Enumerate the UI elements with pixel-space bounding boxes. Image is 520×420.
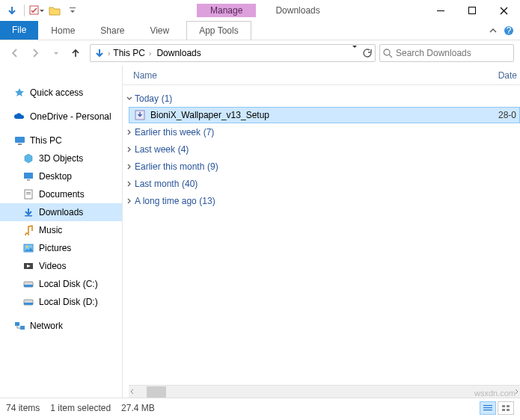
chevron-down-icon [124,95,135,102]
svg-point-16 [26,246,28,248]
column-name[interactable]: Name [123,70,157,81]
minimize-button[interactable] [427,3,454,18]
back-button[interactable] [6,44,24,62]
tree-local-disk-c[interactable]: Local Disk (C:) [0,275,122,293]
desktop-icon [22,170,34,182]
window-controls [427,3,517,18]
forward-button[interactable] [26,44,44,62]
column-headers[interactable]: Name Date [123,66,520,85]
svg-rect-7 [15,137,25,143]
down-arrow-qat-icon[interactable] [4,2,19,19]
disk-icon [22,296,34,308]
status-size: 27.4 MB [121,403,155,413]
status-bar: 74 items 1 item selected 27.4 MB [0,398,520,417]
refresh-button[interactable] [361,48,372,58]
tree-local-disk-d[interactable]: Local Disk (D:) [0,293,122,311]
music-icon [22,224,34,236]
content-area: Quick access OneDrive - Personal This PC… [0,66,520,398]
videos-icon [22,260,34,272]
svg-rect-29 [507,405,510,407]
svg-rect-14 [25,215,32,217]
recent-locations-button[interactable] [46,44,64,62]
ribbon-expand-icon[interactable] [489,26,498,35]
down-arrow-address-icon[interactable] [92,46,107,61]
file-tab[interactable]: File [0,21,38,40]
svg-rect-3 [469,7,476,14]
search-box[interactable]: Search Downloads [379,44,514,62]
tree-music[interactable]: Music [0,221,122,239]
crumb-this-pc[interactable]: This PC› [111,45,154,61]
svg-rect-9 [24,173,33,179]
file-row-selected[interactable]: BioniX_Wallpaper_v13_Setup 28-0 [129,107,520,123]
close-button[interactable] [490,3,517,18]
details-view-button[interactable] [480,401,496,415]
svg-rect-28 [502,405,505,407]
tree-videos[interactable]: Videos [0,257,122,275]
file-list-pane: Name Date Today (1) BioniX_Wallpaper_v13… [123,66,520,398]
svg-rect-19 [24,285,33,287]
tree-downloads[interactable]: Downloads [0,203,122,221]
tree-this-pc[interactable]: This PC [0,132,122,149]
svg-rect-1 [70,7,76,8]
group-earlier-this-week[interactable]: Earlier this week (7) [123,123,520,140]
svg-rect-22 [15,322,19,326]
group-last-month[interactable]: Last month (40) [123,175,520,192]
tree-pictures[interactable]: Pictures [0,239,122,257]
watermark: wsxdn.com [474,389,516,398]
group-a-long-time-ago[interactable]: A long time ago (13) [123,192,520,209]
contextual-tab-group-label: Manage [197,4,256,17]
network-icon [13,320,25,332]
svg-rect-13 [26,194,31,194]
search-icon [383,49,393,58]
quick-access-toolbar [3,2,80,19]
window-title: Downloads [275,5,319,16]
star-icon [13,87,25,99]
tab-share[interactable]: Share [88,21,137,40]
tree-quick-access[interactable]: Quick access [0,84,122,102]
group-earlier-this-month[interactable]: Earlier this month (9) [123,158,520,175]
svg-rect-26 [483,407,492,408]
pictures-icon [22,242,34,254]
disk-icon [22,278,34,290]
tree-desktop[interactable]: Desktop [0,167,122,185]
scrollbar-thumb[interactable] [147,386,166,398]
scroll-left-icon[interactable] [129,388,136,395]
navigation-pane[interactable]: Quick access OneDrive - Personal This PC… [0,66,123,398]
documents-icon [22,188,34,200]
svg-rect-31 [507,409,510,411]
horizontal-scrollbar[interactable] [129,385,520,398]
up-button[interactable] [67,44,85,62]
svg-rect-27 [483,410,492,410]
tree-network[interactable]: Network [0,317,122,335]
installer-icon [134,109,146,121]
column-date[interactable]: Date [498,70,520,81]
tree-3d-objects[interactable]: 3D Objects [0,149,122,167]
file-name: BioniX_Wallpaper_v13_Setup [150,110,269,120]
qat-overflow-icon[interactable] [65,2,80,19]
tab-view[interactable]: View [137,21,182,40]
address-bar[interactable]: › This PC› Downloads [90,44,376,62]
3d-objects-icon [22,152,34,164]
qat-folder-icon[interactable] [47,2,62,19]
maximize-button[interactable] [459,3,486,18]
downloads-icon [22,206,34,218]
address-dropdown-icon[interactable] [352,48,357,58]
group-last-week[interactable]: Last week (4) [123,140,520,158]
qat-divider [24,4,25,16]
view-toggles [480,401,514,415]
crumb-downloads[interactable]: Downloads [154,45,203,61]
tab-app-tools[interactable]: App Tools [186,21,251,40]
qat-checkbox-icon[interactable] [29,2,44,19]
tab-home[interactable]: Home [38,21,88,40]
thumbnails-view-button[interactable] [498,401,514,415]
tree-documents[interactable]: Documents [0,185,122,203]
svg-rect-10 [27,179,30,181]
group-today[interactable]: Today (1) [123,90,520,107]
svg-rect-2 [437,10,444,11]
help-icon[interactable]: ? [504,25,514,36]
svg-rect-8 [18,143,22,145]
status-selection: 1 item selected [50,403,111,413]
svg-rect-30 [502,409,505,411]
tree-onedrive[interactable]: OneDrive - Personal [0,108,122,126]
crumb-separator[interactable]: › [108,49,110,58]
